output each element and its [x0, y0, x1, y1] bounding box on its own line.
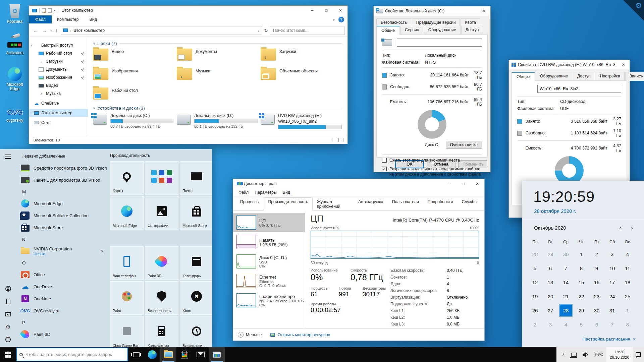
- checkbox-unchecked[interactable]: [382, 158, 387, 163]
- calendar-day[interactable]: 25: [620, 289, 635, 303]
- calendar-day[interactable]: 30: [589, 303, 604, 317]
- desktop-icon-recycle-bin[interactable]: ♻ Корзина: [2, 3, 28, 24]
- tile-Xbox Game Bar[interactable]: Xbox Game Bar: [110, 316, 144, 347]
- close-button[interactable]: ✕: [477, 6, 490, 16]
- action-center-icon[interactable]: [633, 347, 644, 362]
- calendar-day[interactable]: 31: [604, 303, 620, 317]
- tile-office-group[interactable]: [145, 161, 178, 195]
- calendar-day[interactable]: 26: [527, 303, 543, 317]
- calendar-next-button[interactable]: ∨: [631, 225, 634, 230]
- taskbar-store-button[interactable]: [176, 347, 193, 362]
- calendar-day[interactable]: 2: [527, 317, 543, 331]
- app-item-Microsoft Solitaire Collection[interactable]: Microsoft Solitaire Collection: [17, 209, 108, 222]
- tab-Журнал приложений[interactable]: Журнал приложений: [313, 197, 354, 211]
- calendar-day[interactable]: 6: [543, 261, 558, 275]
- calendar-day[interactable]: 5: [574, 317, 589, 331]
- devices-group-header[interactable]: ∨ Устройства и диски (3): [93, 106, 347, 111]
- new-item-icon[interactable]: [48, 8, 52, 13]
- search-input[interactable]: [25, 352, 116, 357]
- sidebar-item-Быстрый доступ[interactable]: ∨Быстрый доступ: [29, 41, 88, 49]
- language-indicator[interactable]: РУС: [592, 347, 606, 362]
- calendar-day[interactable]: 14: [558, 275, 574, 289]
- calendar-month-label[interactable]: Октябрь 2020: [534, 225, 566, 231]
- taskmgr-titlebar[interactable]: Диспетчер задач – □ ✕: [233, 179, 484, 188]
- app-item-Microsoft Edge[interactable]: Microsoft Edge: [17, 197, 108, 209]
- back-button[interactable]: ←: [32, 27, 39, 33]
- collapse-chevron-icon[interactable]: ∨: [93, 106, 95, 110]
- user-icon[interactable]: [5, 285, 11, 292]
- calendar-day[interactable]: 3: [543, 317, 558, 331]
- list-view-button[interactable]: [332, 138, 337, 142]
- taskbar-task-view-button[interactable]: [128, 347, 144, 362]
- folder-item-Рабочий стол[interactable]: Рабочий стол: [93, 87, 177, 103]
- tab-Автозагрузка[interactable]: Автозагрузка: [354, 197, 388, 211]
- maximize-button[interactable]: □: [456, 179, 470, 188]
- qat-caret-icon[interactable]: ▾: [54, 9, 56, 12]
- calendar-day[interactable]: 28: [527, 247, 543, 261]
- calendar-day[interactable]: 4: [620, 247, 635, 261]
- tab-Службы[interactable]: Службы: [457, 197, 482, 211]
- desktop-icon-edge[interactable]: Microsoft Edge: [2, 66, 28, 92]
- calendar-day[interactable]: 7: [604, 317, 620, 331]
- app-item-Пакет 1 для просмотра 3D Vision[interactable]: Пакет 1 для просмотра 3D Vision: [17, 174, 108, 186]
- folder-item-Загрузки[interactable]: ↓Загрузки: [261, 49, 344, 64]
- thumbnail-view-button[interactable]: [338, 138, 343, 142]
- clock-date-link[interactable]: 28 октября 2020 г.: [534, 208, 576, 214]
- tab-Запись[interactable]: Запись: [625, 72, 644, 81]
- calendar-day[interactable]: 21: [558, 289, 574, 303]
- close-button[interactable]: ✕: [333, 6, 347, 15]
- ribbon-tab-Вид[interactable]: Вид: [84, 15, 102, 23]
- tile-Фотографии[interactable]: Фотографии: [145, 196, 178, 230]
- help-icon[interactable]: ?: [338, 17, 344, 22]
- taskbar-task-manager-button[interactable]: [209, 347, 225, 362]
- selected-day[interactable]: 28: [559, 304, 573, 317]
- collapse-chevron-icon[interactable]: ∨: [93, 42, 95, 45]
- letter-header-M[interactable]: M: [17, 186, 108, 197]
- folder-item-Музыка[interactable]: ♪Музыка: [177, 68, 261, 83]
- drive-item-Локальный диск (C:)[interactable]: Локальный диск (C:)80,7 ГБ свободно из 9…: [93, 113, 177, 129]
- sidebar-item-Документы[interactable]: Документы: [29, 65, 88, 73]
- calendar-day[interactable]: 11: [620, 261, 635, 275]
- taskbar-explorer-button[interactable]: [160, 347, 176, 362]
- calendar-day[interactable]: 4: [558, 317, 574, 331]
- drive-item-Локальный диск (D:)[interactable]: Локальный диск (D:)80,1 ГБ свободно из 1…: [177, 113, 261, 129]
- desktop-icon-ovgorskiy[interactable]: OVG ovgorskiy: [2, 102, 28, 123]
- calendar-day[interactable]: 12: [527, 275, 543, 289]
- calendar-day[interactable]: 1: [574, 247, 589, 261]
- calendar-day[interactable]: 8: [574, 261, 589, 275]
- minimize-button[interactable]: –: [305, 6, 319, 15]
- app-item-OVGorskiy.ru[interactable]: OVGOVGorskiy.ru: [17, 305, 108, 317]
- settings-icon[interactable]: ⚙: [5, 323, 11, 330]
- calendar-day[interactable]: 7: [558, 261, 574, 275]
- sidebar-item-OneDrive[interactable]: ☁OneDrive: [29, 99, 88, 107]
- calendar-day[interactable]: 29: [574, 303, 589, 317]
- taskbar-clock[interactable]: 19:20 28.10.2020: [606, 347, 633, 362]
- calendar-day[interactable]: 6: [589, 317, 604, 331]
- sidebar-item-Сеть[interactable]: Сеть: [29, 119, 88, 127]
- calendar-day[interactable]: 8: [620, 317, 635, 331]
- perf-item-Графический про[interactable]: Графический проNVIDIA GeForce GTX 1050%: [233, 291, 305, 310]
- index-checkbox-row[interactable]: ✓ Разрешить индексировать содержимое фай…: [382, 167, 482, 177]
- menu-Вид[interactable]: Вид: [280, 189, 293, 196]
- tab-Подробности[interactable]: Подробности: [423, 197, 458, 211]
- explorer-search-box[interactable]: Поиск: Этот комп...: [270, 26, 345, 35]
- tile-Ваш телефон[interactable]: Ваш телефон: [110, 246, 144, 280]
- folder-item-Изображения[interactable]: Изображения: [93, 68, 177, 83]
- calendar-day[interactable]: 13: [543, 275, 558, 289]
- app-item-Microsoft Store[interactable]: Microsoft Store: [17, 222, 108, 234]
- resource-monitor-link[interactable]: Открыть монитор ресурсов: [270, 333, 330, 337]
- folder-item-Видео[interactable]: Видео: [93, 49, 177, 64]
- checkbox-checked[interactable]: ✓: [382, 167, 387, 171]
- maximize-button[interactable]: □: [319, 6, 333, 15]
- letter-header-N[interactable]: N: [17, 234, 108, 245]
- calendar-day[interactable]: 10: [604, 261, 620, 275]
- tab-Доступ[interactable]: Доступ: [461, 26, 483, 35]
- up-button[interactable]: ↑: [54, 27, 59, 33]
- expand-chevron-icon[interactable]: ›: [31, 111, 32, 115]
- tile-Почта[interactable]: Почта: [180, 161, 212, 195]
- folder-item-Объемные объекты[interactable]: Объемные объекты: [261, 68, 344, 83]
- menu-Параметры[interactable]: Параметры: [252, 189, 279, 196]
- close-button[interactable]: ✕: [617, 60, 630, 69]
- tile-Xbox[interactable]: ✖Xbox: [180, 281, 212, 315]
- sidebar-item-Загрузки[interactable]: ↓Загрузки: [29, 57, 88, 65]
